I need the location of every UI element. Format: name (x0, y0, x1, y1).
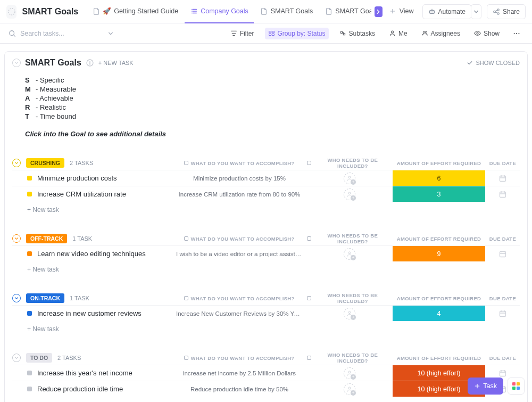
column-header-effort[interactable]: AMOUNT OF EFFORT REQUIRED (392, 296, 486, 301)
task-accomplish: Reduce production idle time by 50% (172, 386, 307, 392)
status-dot (27, 176, 32, 181)
status-badge[interactable]: CRUSHING (26, 158, 64, 168)
robot-icon (428, 8, 436, 15)
task-row[interactable]: Increase this year's net incomeincrease … (12, 365, 520, 381)
show-button[interactable]: Show (471, 28, 503, 39)
column-header-due[interactable]: DUE DATE (486, 296, 520, 301)
fab-apps[interactable] (508, 378, 525, 395)
column-header-include[interactable]: WHO NEEDS TO BE INCLUDED? (307, 292, 392, 304)
space-icon[interactable] (6, 5, 16, 19)
group-collapse-toggle[interactable] (12, 159, 21, 167)
status-dot (27, 192, 32, 196)
column-icon (184, 356, 188, 360)
status-badge[interactable]: TO DO (26, 353, 52, 363)
view-tab-smart-goals[interactable]: SMART Goals (255, 0, 318, 23)
task-name: Increase CRM utilization rate (37, 190, 126, 198)
task-row[interactable]: Increase in new customer reviewsIncrease… (12, 305, 520, 321)
assignee-add[interactable]: + (344, 367, 355, 379)
search-dropdown-icon[interactable] (108, 31, 113, 36)
assignee-add[interactable]: + (344, 308, 355, 319)
share-button[interactable]: Share (487, 4, 526, 19)
more-options[interactable]: ··· (510, 28, 523, 39)
eye-icon (474, 30, 481, 37)
me-button[interactable]: Me (386, 28, 411, 39)
column-header-accomplish[interactable]: WHAT DO YOU WANT TO ACCOMPLISH? (172, 355, 307, 361)
group-collapse-toggle[interactable] (12, 294, 21, 302)
task-row[interactable]: Minimize production costsMinimize produc… (12, 170, 520, 186)
due-date-add[interactable] (486, 190, 520, 199)
list-collapse-toggle[interactable] (12, 59, 21, 67)
assignee-add[interactable]: + (344, 383, 355, 395)
space-title[interactable]: SMART Goals (22, 7, 78, 17)
effort-value[interactable]: 9 (393, 246, 485, 261)
due-date-add[interactable] (486, 174, 520, 183)
column-header-include[interactable]: WHO NEEDS TO BE INCLUDED? (307, 352, 392, 364)
assignee-add[interactable]: + (344, 173, 355, 184)
doc-icon (92, 7, 100, 15)
search-icon (9, 30, 16, 37)
doc-icon (260, 7, 268, 15)
show-closed[interactable]: SHOW CLOSED (467, 60, 520, 66)
view-tab-company-goals[interactable]: Company Goals (185, 0, 254, 23)
view-tab-smart-goal-worksheet[interactable]: SMART Goal Worksheet (319, 0, 371, 23)
column-icon (307, 161, 311, 165)
view-tab-getting-started-guide[interactable]: 🚀Getting Started Guide (87, 0, 184, 23)
status-badge[interactable]: OFF-TRACK (26, 234, 67, 243)
subtasks-label: Subtasks (349, 30, 375, 37)
column-header-accomplish[interactable]: WHAT DO YOU WANT TO ACCOMPLISH? (172, 236, 307, 242)
column-header-include[interactable]: WHO NEEDS TO BE INCLUDED? (307, 157, 392, 169)
add-view[interactable]: View (385, 0, 418, 23)
automate-button[interactable]: Automate (422, 4, 471, 19)
column-icon (184, 296, 188, 300)
add-task-row[interactable]: + New task (12, 397, 520, 402)
status-dot (27, 387, 32, 391)
due-date-add[interactable] (486, 369, 520, 378)
task-count: 2 TASKS (70, 160, 93, 166)
column-header-include[interactable]: WHO NEEDS TO BE INCLUDED? (307, 233, 392, 244)
group-icon (268, 30, 275, 37)
group-collapse-toggle[interactable] (12, 354, 21, 362)
assignee-add[interactable]: + (344, 188, 355, 200)
task-row[interactable]: Increase CRM utilization rateIncrease CR… (12, 186, 520, 202)
effort-value[interactable]: 4 (393, 306, 485, 321)
add-task-row[interactable]: + New task (12, 321, 520, 335)
add-task-row[interactable]: + New task (12, 202, 520, 216)
due-date-add[interactable] (486, 309, 520, 318)
group-collapse-toggle[interactable] (12, 234, 21, 243)
column-header-effort[interactable]: AMOUNT OF EFFORT REQUIRED (392, 236, 486, 242)
group-by-button[interactable]: Group by: Status (265, 28, 329, 39)
column-header-effort[interactable]: AMOUNT OF EFFORT REQUIRED (392, 160, 486, 166)
info-icon[interactable] (86, 59, 94, 67)
column-header-due[interactable]: DUE DATE (486, 355, 520, 361)
fab-new-task[interactable]: Task (468, 378, 503, 395)
effort-value[interactable]: 3 (393, 186, 485, 202)
task-accomplish: increase net income by 2.5 Million Dolla… (172, 370, 307, 376)
view-tab-label: Company Goals (201, 7, 248, 15)
assignee-add[interactable]: + (344, 248, 355, 260)
filter-button[interactable]: Filter (227, 28, 257, 39)
views-scroll-next[interactable] (375, 6, 383, 17)
subtasks-button[interactable]: Subtasks (336, 28, 378, 39)
effort-value[interactable]: 6 (393, 170, 485, 186)
status-badge[interactable]: ON-TRACK (26, 293, 64, 303)
column-header-accomplish[interactable]: WHAT DO YOU WANT TO ACCOMPLISH? (172, 160, 307, 166)
list-hint: Click into the Goal to see additional de… (25, 130, 520, 138)
column-header-accomplish[interactable]: WHAT DO YOU WANT TO ACCOMPLISH? (172, 296, 307, 301)
assignees-button[interactable]: Assignees (418, 28, 463, 39)
column-icon (307, 236, 311, 241)
view-tab-label: SMART Goal Worksheet (335, 7, 371, 15)
status-dot (27, 251, 32, 256)
column-header-due[interactable]: DUE DATE (486, 160, 520, 166)
new-task-header[interactable]: + NEW TASK (98, 60, 134, 66)
due-date-add[interactable] (486, 250, 520, 258)
task-accomplish: Minimize production costs by 15% (172, 175, 307, 182)
automate-dropdown[interactable] (471, 4, 481, 19)
add-task-row[interactable]: + New task (12, 261, 520, 275)
search-input[interactable] (19, 29, 105, 38)
task-row[interactable]: Reduce production idle timeReduce produc… (12, 381, 520, 397)
desc-value: - Achievable (36, 94, 73, 102)
task-row[interactable]: Learn new video editing techniquesI wish… (12, 245, 520, 261)
column-header-due[interactable]: DUE DATE (486, 236, 520, 242)
column-header-effort[interactable]: AMOUNT OF EFFORT REQUIRED (392, 355, 486, 361)
list-title[interactable]: SMART Goals (25, 58, 81, 68)
